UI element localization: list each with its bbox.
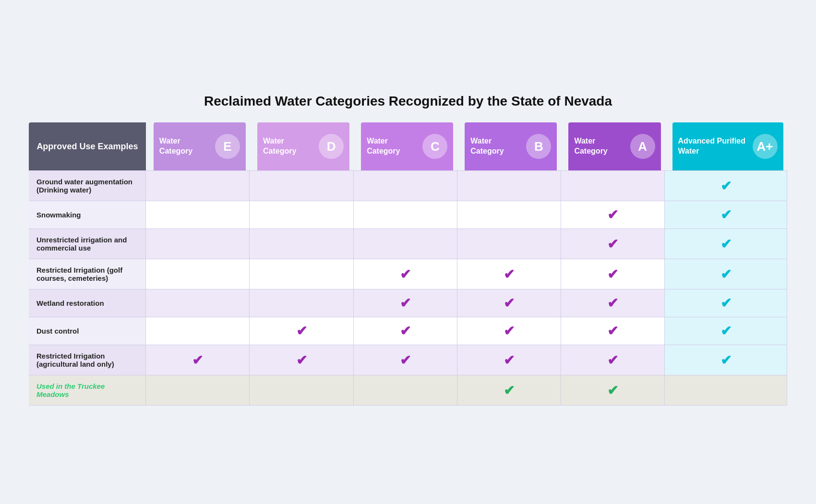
row-1-col-2 (353, 201, 457, 229)
checkmark-icon: ✔ (504, 267, 515, 282)
row-5-col-5: ✔ (665, 317, 787, 345)
row-7-col-1 (250, 375, 353, 406)
row-6-col-4: ✔ (561, 345, 664, 375)
row-3-col-1 (250, 259, 353, 289)
checkmark-icon: ✔ (720, 179, 732, 193)
category-b-label: Water Category (470, 136, 522, 156)
row-1-col-4: ✔ (561, 201, 664, 229)
checkmark-icon: ✔ (296, 353, 307, 368)
checkmark-icon: ✔ (607, 324, 618, 338)
row-5-col-4: ✔ (561, 317, 664, 345)
checkmark-icon: ✔ (400, 296, 411, 311)
row-0-col-1 (250, 171, 353, 201)
row-2-col-1 (250, 229, 353, 259)
row-0-col-3 (457, 171, 561, 201)
checkmark-icon: ✔ (607, 237, 618, 252)
checkmark-icon: ✔ (607, 383, 618, 398)
row-6-col-5: ✔ (665, 345, 787, 375)
checkmark-icon: ✔ (400, 267, 411, 282)
row-2-col-3 (457, 229, 561, 259)
row-7-col-5 (665, 375, 787, 406)
row-3-col-0 (146, 259, 250, 289)
checkmark-icon: ✔ (504, 383, 515, 398)
row-3-col-3: ✔ (457, 259, 561, 289)
row-7-col-0 (146, 375, 250, 406)
category-e-badge: E (215, 134, 240, 159)
row-2-label: Unrestricted irrigation and commercial u… (29, 229, 146, 259)
row-1-col-0 (146, 201, 250, 229)
checkmark-icon: ✔ (720, 207, 732, 222)
category-aplus-header: Advanced Purified Water A+ (665, 122, 787, 171)
row-2-col-2 (353, 229, 457, 259)
category-a-header: Water Category A (561, 122, 664, 171)
checkmark-icon: ✔ (720, 267, 732, 282)
table-header-row: Approved Use Examples Water Category E W… (29, 122, 787, 171)
row-4-col-4: ✔ (561, 289, 664, 317)
row-3-label: Restricted Irrigation (golf courses, cem… (29, 259, 146, 289)
row-1-label: Snowmaking (29, 201, 146, 229)
row-2-col-5: ✔ (665, 229, 787, 259)
row-7-col-2 (353, 375, 457, 406)
checkmark-icon: ✔ (720, 296, 732, 311)
row-3-col-2: ✔ (353, 259, 457, 289)
checkmark-icon: ✔ (504, 296, 515, 311)
row-0-col-5: ✔ (665, 171, 787, 201)
category-b-header: Water Category B (457, 122, 561, 171)
category-d-badge: D (319, 134, 344, 159)
table-row: Used in the Truckee Meadows✔✔ (29, 375, 787, 406)
row-4-col-3: ✔ (457, 289, 561, 317)
row-6-col-2: ✔ (353, 345, 457, 375)
checkmark-icon: ✔ (400, 324, 411, 338)
category-d-header: Water Category D (250, 122, 353, 171)
checkmark-icon: ✔ (720, 353, 732, 368)
row-7-label: Used in the Truckee Meadows (29, 375, 146, 406)
category-aplus-label: Advanced Purified Water (678, 136, 749, 156)
row-5-col-0 (146, 317, 250, 345)
checkmark-icon: ✔ (607, 296, 618, 311)
category-c-badge: C (422, 134, 447, 159)
row-6-col-0: ✔ (146, 345, 250, 375)
category-a-badge: A (630, 134, 655, 159)
category-e-label: Water Category (159, 136, 211, 156)
row-0-col-2 (353, 171, 457, 201)
row-4-col-5: ✔ (665, 289, 787, 317)
row-4-col-1 (250, 289, 353, 317)
row-1-col-3 (457, 201, 561, 229)
table-row: Ground water augmentation (Drinking wate… (29, 171, 787, 201)
category-b-badge: B (526, 134, 551, 159)
row-5-col-2: ✔ (353, 317, 457, 345)
category-c-label: Water Category (367, 136, 419, 156)
row-3-col-4: ✔ (561, 259, 664, 289)
category-d-label: Water Category (263, 136, 315, 156)
category-a-label: Water Category (574, 136, 626, 156)
row-0-label: Ground water augmentation (Drinking wate… (29, 171, 146, 201)
checkmark-icon: ✔ (607, 353, 618, 368)
row-7-col-4: ✔ (561, 375, 664, 406)
row-3-col-5: ✔ (665, 259, 787, 289)
category-c-header: Water Category C (353, 122, 457, 171)
row-1-col-5: ✔ (665, 201, 787, 229)
row-0-col-4 (561, 171, 664, 201)
main-container: Reclaimed Water Categories Recognized by… (19, 79, 797, 425)
checkmark-icon: ✔ (607, 267, 618, 282)
row-5-label: Dust control (29, 317, 146, 345)
row-4-label: Wetland restoration (29, 289, 146, 317)
category-aplus-badge: A+ (753, 134, 778, 159)
row-6-label: Restricted Irrigation (agricultural land… (29, 345, 146, 375)
page-title: Reclaimed Water Categories Recognized by… (29, 94, 787, 109)
checkmark-icon: ✔ (400, 353, 411, 368)
checkmark-icon: ✔ (504, 353, 515, 368)
row-5-col-3: ✔ (457, 317, 561, 345)
truckee-label: Used in the Truckee Meadows (36, 382, 105, 398)
row-0-col-0 (146, 171, 250, 201)
checkmark-icon: ✔ (607, 207, 618, 222)
checkmark-icon: ✔ (720, 324, 732, 338)
checkmark-icon: ✔ (720, 237, 732, 252)
table-row: Restricted Irrigation (golf courses, cem… (29, 259, 787, 289)
table-row: Wetland restoration✔✔✔✔ (29, 289, 787, 317)
table-row: Restricted Irrigation (agricultural land… (29, 345, 787, 375)
category-e-header: Water Category E (146, 122, 250, 171)
row-2-col-4: ✔ (561, 229, 664, 259)
water-categories-table: Approved Use Examples Water Category E W… (29, 122, 787, 406)
checkmark-icon: ✔ (296, 324, 307, 338)
